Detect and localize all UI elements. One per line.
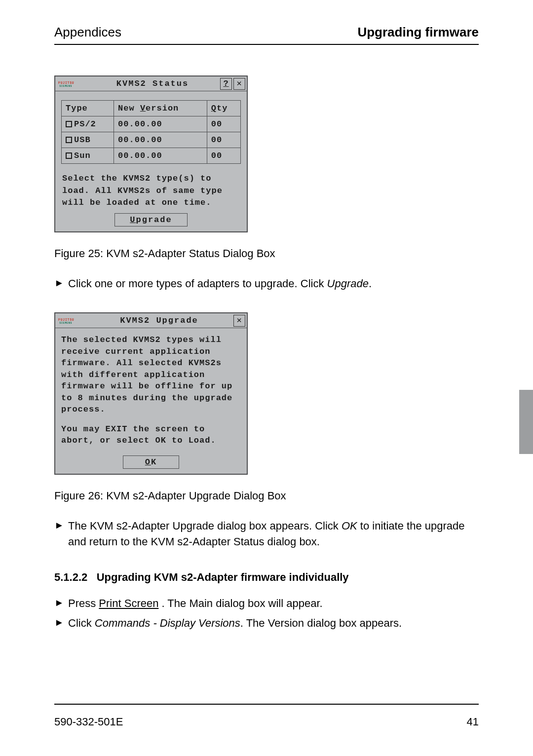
arrow-icon: ► <box>54 276 68 292</box>
header-left: Appendices <box>54 25 121 40</box>
dialog-titlebar: FUJITSUSIEMENS KVMS2 Status ? ✕ <box>55 76 247 91</box>
table-row: PS/2 00.00.00 00 <box>62 116 241 132</box>
col-version: New Version <box>114 101 207 116</box>
version-cell: 00.00.00 <box>114 132 207 148</box>
section-number: 5.1.2.2 <box>54 571 87 583</box>
help-button[interactable]: ? <box>220 78 232 90</box>
kvms2-upgrade-dialog: FUJITSUSIEMENS KVMS2 Upgrade ✕ The selec… <box>54 312 248 474</box>
instruction-step: ► Click one or more types of adapters to… <box>54 276 479 292</box>
version-cell: 00.00.00 <box>114 116 207 132</box>
type-cell-ps2[interactable]: PS/2 <box>62 116 114 132</box>
table-row: USB 00.00.00 00 <box>62 132 241 148</box>
kvms2-status-dialog: FUJITSUSIEMENS KVMS2 Status ? ✕ Type New… <box>54 76 248 232</box>
footer-page-number: 41 <box>467 716 479 728</box>
fujitsu-siemens-logo: FUJITSUSIEMENS <box>55 317 85 325</box>
instruction-step: ► The KVM s2-Adapter Upgrade dialog box … <box>54 518 479 550</box>
figure-26-caption: Figure 26: KVM s2-Adapter Upgrade Dialog… <box>54 490 479 502</box>
type-cell-usb[interactable]: USB <box>62 132 114 148</box>
section-side-tab <box>519 390 533 454</box>
instruction-step: ► Press Print Screen . The Main dialog b… <box>54 596 479 612</box>
svg-text:FUJITSU: FUJITSU <box>58 318 74 322</box>
arrow-icon: ► <box>54 596 68 612</box>
ok-button[interactable]: OK <box>123 455 179 469</box>
arrow-icon: ► <box>54 615 68 632</box>
dialog-titlebar: FUJITSUSIEMENS KVMS2 Upgrade ✕ <box>55 313 247 328</box>
upgrade-button[interactable]: Upgrade <box>114 213 187 227</box>
page-footer: 590-332-501E 41 <box>54 704 479 728</box>
dialog-hint-text: Select the KVMS2 type(s) to load. All KV… <box>55 164 247 212</box>
col-qty: Qty <box>207 101 240 116</box>
help-icon: ? <box>223 79 228 88</box>
close-button[interactable]: ✕ <box>233 78 245 90</box>
section-heading: 5.1.2.2 Upgrading KVM s2-Adapter firmwar… <box>54 571 479 584</box>
type-cell-sun[interactable]: Sun <box>62 148 114 164</box>
checkbox-icon[interactable] <box>66 152 72 159</box>
instruction-step: ► Click Commands - Display Versions. The… <box>54 615 479 632</box>
page-header: Appendices Upgrading firmware <box>54 25 479 45</box>
dialog-body-text: The selected KVMS2 types will receive cu… <box>55 328 247 454</box>
svg-text:SIEMENS: SIEMENS <box>59 85 72 87</box>
checkbox-icon[interactable] <box>66 137 72 143</box>
header-right: Upgrading firmware <box>357 25 479 40</box>
footer-doc-id: 590-332-501E <box>54 716 123 728</box>
svg-text:SIEMENS: SIEMENS <box>59 322 72 324</box>
dialog-title: KVMS2 Status <box>85 79 220 88</box>
adapter-type-table: Type New Version Qty PS/2 00.00.00 00 US… <box>61 100 241 164</box>
qty-cell: 00 <box>207 148 240 164</box>
col-type: Type <box>62 101 114 116</box>
close-icon: ✕ <box>236 316 242 325</box>
checkbox-icon[interactable] <box>66 121 72 127</box>
fujitsu-siemens-logo: FUJITSUSIEMENS <box>55 80 85 88</box>
section-title: Upgrading KVM s2-Adapter firmware indivi… <box>97 571 349 583</box>
table-row: Sun 00.00.00 00 <box>62 148 241 164</box>
arrow-icon: ► <box>54 518 68 550</box>
version-cell: 00.00.00 <box>114 148 207 164</box>
close-button[interactable]: ✕ <box>233 315 245 327</box>
close-icon: ✕ <box>236 79 242 88</box>
dialog-title: KVMS2 Upgrade <box>85 316 233 325</box>
qty-cell: 00 <box>207 116 240 132</box>
figure-25-caption: Figure 25: KVM s2-Adapter Status Dialog … <box>54 247 479 260</box>
svg-text:FUJITSU: FUJITSU <box>58 81 74 85</box>
table-header-row: Type New Version Qty <box>62 101 241 116</box>
qty-cell: 00 <box>207 132 240 148</box>
